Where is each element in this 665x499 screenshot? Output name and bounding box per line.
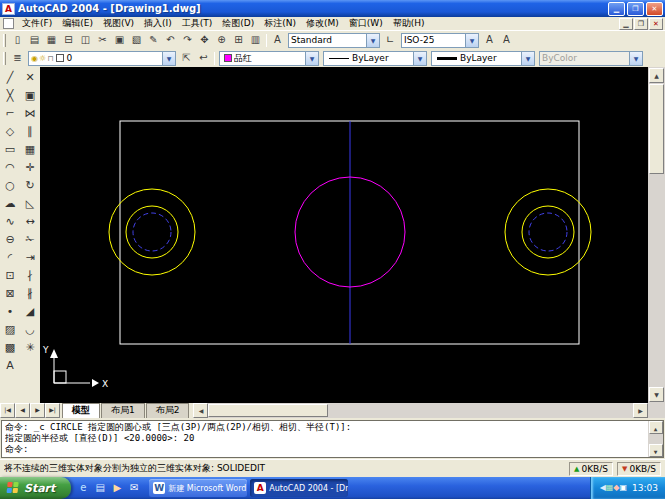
scroll-up-icon[interactable]: ▲ [649, 68, 664, 83]
polygon-icon[interactable]: ◇ [1, 123, 19, 141]
mirror-icon[interactable]: ⋈ [21, 105, 39, 123]
region-icon[interactable]: ▩ [1, 339, 19, 357]
multiline-text-icon[interactable]: A [498, 32, 515, 48]
tray-input-icon[interactable]: ▣ [620, 483, 628, 493]
task-word[interactable]: W新建 Microsoft Word ... [149, 479, 247, 497]
single-line-text-icon[interactable]: A [481, 32, 498, 48]
chamfer-icon[interactable]: ◢ [21, 303, 39, 321]
menu-item[interactable]: 标注(N) [259, 17, 301, 30]
menu-item[interactable]: 编辑(E) [57, 17, 98, 30]
menu-item[interactable]: 工具(T) [177, 17, 218, 30]
restore-button[interactable]: ❐ [627, 2, 644, 16]
color-combo[interactable]: 品红 ▼ [219, 51, 319, 66]
menu-item[interactable]: 帮助(H) [388, 17, 430, 30]
menu-item[interactable]: 视图(V) [98, 17, 139, 30]
vertical-scroll-thumb[interactable] [649, 84, 664, 174]
menu-item[interactable]: 插入(I) [139, 17, 177, 30]
offset-icon[interactable]: ∥ [21, 123, 39, 141]
arc-icon[interactable]: ◠ [1, 159, 19, 177]
menu-item[interactable]: 绘图(D) [217, 17, 259, 30]
dropdown-icon[interactable]: ▼ [413, 52, 426, 65]
polyline-icon[interactable]: ⌐ [1, 105, 19, 123]
vertical-scrollbar[interactable]: ▲ ▼ [648, 67, 665, 403]
circle-icon[interactable]: ○ [1, 177, 19, 195]
rectangle-icon[interactable]: ▭ [1, 141, 19, 159]
scale-icon[interactable]: ◺ [21, 195, 39, 213]
horizontal-scroll-thumb[interactable] [208, 404, 328, 417]
lineweight-combo[interactable]: ByLayer ▼ [431, 51, 535, 66]
start-button[interactable]: Start [0, 477, 71, 499]
trim-icon[interactable]: ✁ [21, 231, 39, 249]
internet-explorer-icon[interactable]: e [76, 481, 90, 495]
new-file-icon[interactable]: ▯ [9, 32, 26, 48]
zoom-realtime-icon[interactable]: ⊕ [213, 32, 230, 48]
mdi-restore-button[interactable]: ❐ [634, 18, 648, 30]
menu-item[interactable]: 文件(F) [17, 17, 57, 30]
drawing-canvas[interactable]: Y X [40, 67, 648, 403]
dropdown-icon[interactable]: ▼ [521, 52, 534, 65]
hatch-icon[interactable]: ▨ [1, 321, 19, 339]
save-icon[interactable]: ▦ [43, 32, 60, 48]
mdi-minimize-button[interactable]: ▁ [619, 18, 633, 30]
tab-nav-button[interactable]: ▶| [45, 403, 60, 418]
layer-combo[interactable]: ◉☼⊓ 0 ▼ [28, 51, 176, 66]
dropdown-icon[interactable]: ▼ [366, 34, 379, 47]
match-properties-icon[interactable]: ✎ [145, 32, 162, 48]
tab-nav-button[interactable]: |◀ [0, 403, 15, 418]
array-icon[interactable]: ▦ [21, 141, 39, 159]
zoom-window-icon[interactable]: ⊞ [230, 32, 247, 48]
layer-previous-button[interactable]: ↩ [195, 50, 212, 66]
media-player-icon[interactable]: ▶ [110, 481, 124, 495]
dim-style-manager-button[interactable]: ∟ [382, 32, 399, 48]
insert-block-icon[interactable]: ⊡ [1, 267, 19, 285]
properties-icon[interactable]: ▥ [247, 32, 264, 48]
explode-icon[interactable]: ✳ [21, 339, 39, 357]
layer-properties-manager-button[interactable]: ≣ [9, 50, 26, 66]
scroll-down-icon[interactable]: ▼ [649, 444, 663, 457]
break-at-point-icon[interactable]: ∤ [21, 267, 39, 285]
point-icon[interactable]: • [1, 303, 19, 321]
pan-icon[interactable]: ✥ [196, 32, 213, 48]
text-style-manager-button[interactable]: A [269, 32, 286, 48]
dropdown-icon[interactable]: ▼ [162, 52, 175, 65]
tab-layout2[interactable]: 布局2 [146, 403, 190, 418]
scroll-down-icon[interactable]: ▼ [649, 387, 664, 402]
tab-nav-button[interactable]: ◀ [15, 403, 30, 418]
revision-cloud-icon[interactable]: ☁ [1, 195, 19, 213]
menu-item[interactable]: 修改(M) [301, 17, 344, 30]
mdi-close-button[interactable]: ✕ [649, 18, 663, 30]
show-desktop-icon[interactable]: ▤ [93, 481, 107, 495]
dim-style-combo[interactable]: ISO-25 ▼ [401, 33, 479, 48]
close-button[interactable]: ✕ [646, 2, 663, 16]
task-autocad[interactable]: AAutoCAD 2004 - [Dra... [250, 479, 348, 497]
horizontal-scrollbar[interactable]: ◀ ▶ [193, 403, 648, 418]
spline-icon[interactable]: ∿ [1, 213, 19, 231]
line-icon[interactable]: ╱ [1, 69, 19, 87]
extend-icon[interactable]: ⇥ [21, 249, 39, 267]
ellipse-icon[interactable]: ⊖ [1, 231, 19, 249]
tab-layout1[interactable]: 布局1 [101, 403, 145, 418]
menu-item[interactable]: 窗口(W) [344, 17, 388, 30]
scroll-left-icon[interactable]: ◀ [193, 403, 208, 418]
paste-icon[interactable]: ▧ [128, 32, 145, 48]
command-scrollbar[interactable]: ▲ ▼ [648, 421, 663, 457]
text-style-combo[interactable]: Standard ▼ [288, 33, 380, 48]
copy-clip-icon[interactable]: ▣ [111, 32, 128, 48]
rotate-icon[interactable]: ↻ [21, 177, 39, 195]
make-block-icon[interactable]: ⊠ [1, 285, 19, 303]
scroll-right-icon[interactable]: ▶ [633, 403, 648, 418]
toolbar-grip[interactable] [3, 52, 6, 65]
plot-preview-icon[interactable]: ◫ [77, 32, 94, 48]
tab-nav-button[interactable]: ▶ [30, 403, 45, 418]
minimize-button[interactable]: ▁ [608, 2, 625, 16]
toolbar-grip[interactable] [3, 34, 6, 47]
tray-network-icon[interactable]: ▦ [606, 483, 614, 493]
undo-icon[interactable]: ↶ [162, 32, 179, 48]
outlook-icon[interactable]: ✉ [127, 481, 141, 495]
make-object-layer-current-button[interactable]: ⇱ [178, 50, 195, 66]
multiline-text-icon[interactable]: A [1, 357, 19, 375]
fillet-icon[interactable]: ◡ [21, 321, 39, 339]
redo-icon[interactable]: ↷ [179, 32, 196, 48]
tab-model[interactable]: 模型 [62, 403, 100, 418]
stretch-icon[interactable]: ↔ [21, 213, 39, 231]
